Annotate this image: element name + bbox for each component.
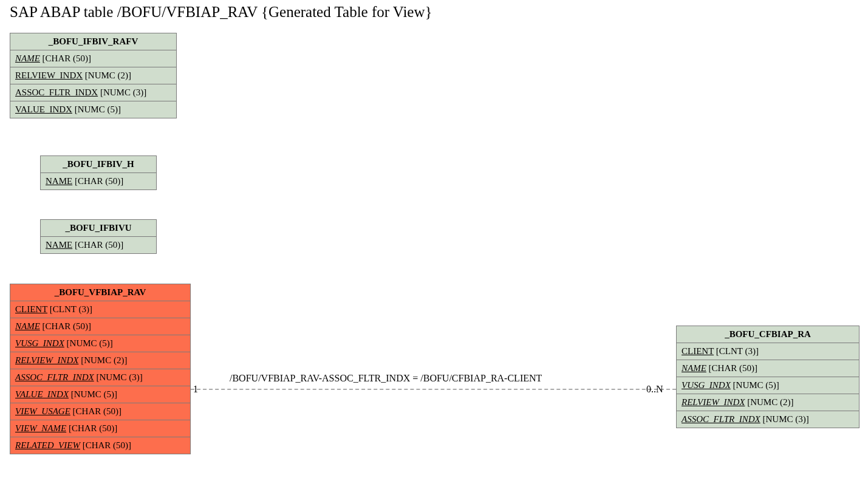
entity-field: RELVIEW_INDX [NUMC (2)] xyxy=(10,67,176,84)
relationship-line xyxy=(191,389,676,390)
relationship-label: /BOFU/VFBIAP_RAV-ASSOC_FLTR_INDX = /BOFU… xyxy=(230,373,542,384)
entity-field: ASSOC_FLTR_INDX [NUMC (3)] xyxy=(677,411,859,428)
cardinality-left: 1 xyxy=(193,384,198,395)
cardinality-right: 0..N xyxy=(646,384,663,395)
entity-field: NAME [CHAR (50)] xyxy=(10,318,190,335)
entity-field: NAME [CHAR (50)] xyxy=(41,237,156,253)
entity-field: VIEW_USAGE [CHAR (50)] xyxy=(10,403,190,420)
entity-bofu-ifbiv-h: _BOFU_IFBIV_H NAME [CHAR (50)] xyxy=(40,155,157,190)
entity-bofu-ifbivu: _BOFU_IFBIVU NAME [CHAR (50)] xyxy=(40,219,157,254)
entity-header: _BOFU_VFBIAP_RAV xyxy=(10,284,190,301)
entity-header: _BOFU_IFBIV_RAFV xyxy=(10,33,176,50)
entity-field: VALUE_INDX [NUMC (5)] xyxy=(10,101,176,118)
entity-header: _BOFU_IFBIV_H xyxy=(41,156,156,173)
entity-header: _BOFU_CFBIAP_RA xyxy=(677,326,859,343)
entity-field: RELVIEW_INDX [NUMC (2)] xyxy=(677,394,859,411)
entity-bofu-vfbiap-rav: _BOFU_VFBIAP_RAV CLIENT [CLNT (3)] NAME … xyxy=(10,284,191,454)
page-title: SAP ABAP table /BOFU/VFBIAP_RAV {Generat… xyxy=(10,4,432,21)
entity-field: ASSOC_FLTR_INDX [NUMC (3)] xyxy=(10,84,176,101)
entity-field: VALUE_INDX [NUMC (5)] xyxy=(10,386,190,403)
entity-field: NAME [CHAR (50)] xyxy=(677,360,859,377)
entity-header: _BOFU_IFBIVU xyxy=(41,220,156,237)
entity-field: RELATED_VIEW [CHAR (50)] xyxy=(10,437,190,454)
entity-field: VUSG_INDX [NUMC (5)] xyxy=(10,335,190,352)
entity-field: RELVIEW_INDX [NUMC (2)] xyxy=(10,352,190,369)
entity-field: VUSG_INDX [NUMC (5)] xyxy=(677,377,859,394)
entity-field: NAME [CHAR (50)] xyxy=(10,50,176,67)
entity-field: NAME [CHAR (50)] xyxy=(41,173,156,189)
entity-field: CLIENT [CLNT (3)] xyxy=(10,301,190,318)
entity-field: CLIENT [CLNT (3)] xyxy=(677,343,859,360)
entity-bofu-cfbiap-ra: _BOFU_CFBIAP_RA CLIENT [CLNT (3)] NAME [… xyxy=(676,326,859,428)
entity-field: ASSOC_FLTR_INDX [NUMC (3)] xyxy=(10,369,190,386)
entity-bofu-ifbiv-rafv: _BOFU_IFBIV_RAFV NAME [CHAR (50)] RELVIE… xyxy=(10,33,177,118)
entity-field: VIEW_NAME [CHAR (50)] xyxy=(10,420,190,437)
